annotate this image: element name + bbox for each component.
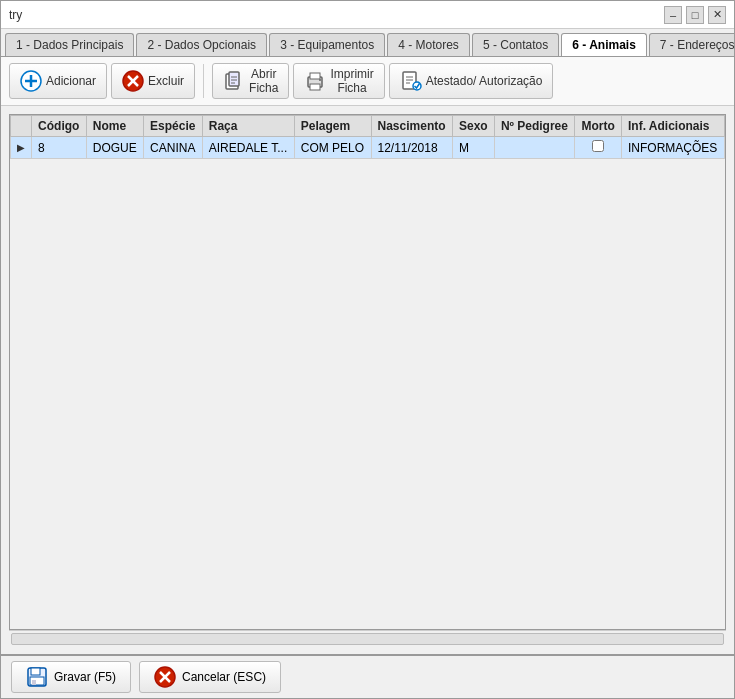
cancel-button[interactable]: Cancelar (ESC) [139,661,281,693]
main-window: try – □ ✕ 1 - Dados Principais 2 - Dados… [0,0,735,699]
open-ficha-label: AbrirFicha [249,67,278,95]
cell-pelagem: COM PELO [294,137,371,159]
col-sexo: Sexo [452,116,494,137]
col-inf: Inf. Adicionais [621,116,724,137]
close-button[interactable]: ✕ [708,6,726,24]
delete-button[interactable]: Excluir [111,63,195,99]
table-wrapper[interactable]: Código Nome Espécie Raça Pelagem Nascime… [9,114,726,630]
print-label: ImprimirFicha [330,67,373,95]
cell-raca: AIREDALE T... [202,137,294,159]
cell-sexo: M [452,137,494,159]
table-row[interactable]: ▶ 8 DOGUE CANINA AIREDALE T... COM PELO … [11,137,725,159]
tab-equipamentos[interactable]: 3 - Equipamentos [269,33,385,56]
col-morto: Morto [575,116,622,137]
maximize-button[interactable]: □ [686,6,704,24]
save-label: Gravar (F5) [54,670,116,684]
atestado-label: Atestado/ Autorização [426,74,543,88]
col-pelagem: Pelagem [294,116,371,137]
minimize-button[interactable]: – [664,6,682,24]
cell-especie: CANINA [144,137,203,159]
atestado-icon [400,70,422,92]
morto-checkbox[interactable] [592,140,604,152]
cell-codigo: 8 [32,137,87,159]
cancel-label: Cancelar (ESC) [182,670,266,684]
open-ficha-button[interactable]: AbrirFicha [212,63,289,99]
svg-rect-13 [310,73,320,79]
print-icon [304,70,326,92]
add-icon [20,70,42,92]
save-icon [26,666,48,688]
cell-nascimento: 12/11/2018 [371,137,452,159]
toolbar: Adicionar Excluir [1,57,734,106]
svg-rect-7 [229,72,239,86]
title-bar: try – □ ✕ [1,1,734,29]
cancel-icon [154,666,176,688]
cell-inf: INFORMAÇÕES [621,137,724,159]
col-pedigree: Nº Pedigree [494,116,575,137]
tab-contatos[interactable]: 5 - Contatos [472,33,559,56]
animals-table: Código Nome Espécie Raça Pelagem Nascime… [10,115,725,159]
col-codigo: Código [32,116,87,137]
col-especie: Espécie [144,116,203,137]
add-button[interactable]: Adicionar [9,63,107,99]
print-ficha-button[interactable]: ImprimirFicha [293,63,384,99]
tab-dados-opcionais[interactable]: 2 - Dados Opcionais [136,33,267,56]
horizontal-scrollbar[interactable] [11,633,724,645]
row-indicator-cell: ▶ [11,137,32,159]
svg-rect-21 [31,668,40,675]
svg-rect-12 [310,84,320,90]
tab-motores[interactable]: 4 - Motores [387,33,470,56]
col-nascimento: Nascimento [371,116,452,137]
svg-rect-23 [32,680,36,685]
add-label: Adicionar [46,74,96,88]
window-title: try [9,8,22,22]
window-controls: – □ ✕ [664,6,726,24]
footer: Gravar (F5) Cancelar (ESC) [1,654,734,698]
svg-point-14 [319,79,321,81]
col-nome: Nome [86,116,143,137]
save-button[interactable]: Gravar (F5) [11,661,131,693]
main-content: Código Nome Espécie Raça Pelagem Nascime… [1,106,734,654]
delete-icon [122,70,144,92]
cell-pedigree [494,137,575,159]
open-ficha-icon [223,70,245,92]
col-indicator [11,116,32,137]
toolbar-separator-1 [203,64,204,98]
tab-animais[interactable]: 6 - Animais [561,33,647,57]
col-raca: Raça [202,116,294,137]
cell-morto[interactable] [575,137,622,159]
tab-enderecos[interactable]: 7 - Endereços [649,33,734,56]
tab-dados-principais[interactable]: 1 - Dados Principais [5,33,134,56]
atestado-button[interactable]: Atestado/ Autorização [389,63,554,99]
horizontal-scrollbar-area [9,630,726,646]
delete-label: Excluir [148,74,184,88]
tabs-container: 1 - Dados Principais 2 - Dados Opcionais… [1,29,734,57]
cell-nome: DOGUE [86,137,143,159]
